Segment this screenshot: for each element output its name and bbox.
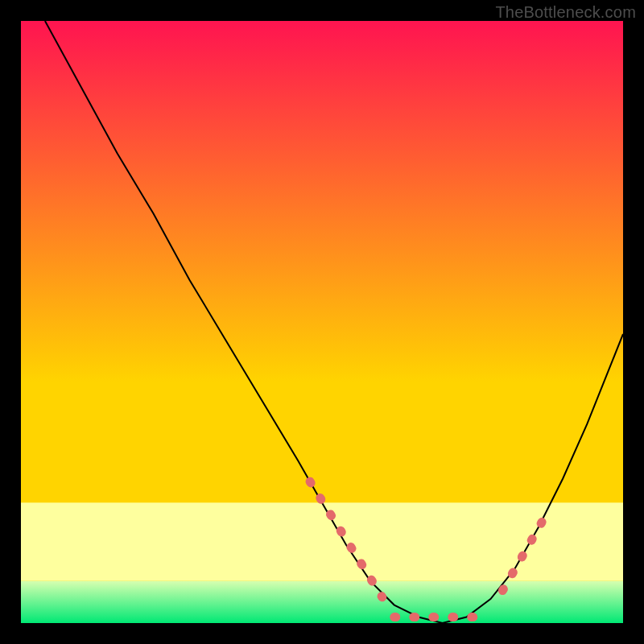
watermark-text: TheBottleneck.com — [495, 3, 636, 22]
chart-svg — [21, 21, 623, 623]
bottleneck-chart — [21, 21, 623, 623]
svg-rect-2 — [21, 581, 623, 623]
chart-frame: TheBottleneck.com — [0, 0, 644, 644]
